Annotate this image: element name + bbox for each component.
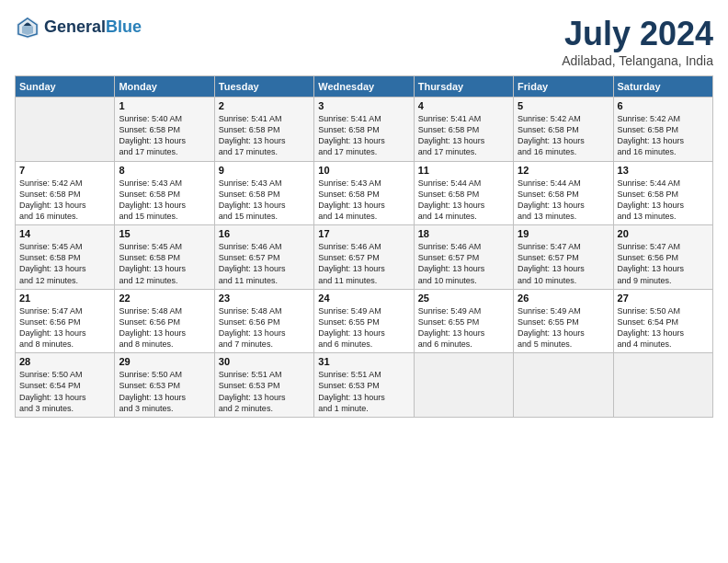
calendar-cell: 2Sunrise: 5:41 AM Sunset: 6:58 PM Daylig… [214,98,313,162]
day-info: Sunrise: 5:51 AM Sunset: 6:53 PM Dayligh… [318,369,409,414]
day-info: Sunrise: 5:46 AM Sunset: 6:57 PM Dayligh… [318,241,409,286]
weekday-header-friday: Friday [514,76,613,98]
weekday-header-sunday: Sunday [16,76,115,98]
day-info: Sunrise: 5:47 AM Sunset: 6:56 PM Dayligh… [19,305,110,350]
day-info: Sunrise: 5:48 AM Sunset: 6:56 PM Dayligh… [219,305,310,350]
calendar-cell: 15Sunrise: 5:45 AM Sunset: 6:58 PM Dayli… [115,225,214,290]
weekday-header-tuesday: Tuesday [214,76,313,98]
calendar-cell: 21Sunrise: 5:47 AM Sunset: 6:56 PM Dayli… [16,289,115,353]
calendar-cell: 27Sunrise: 5:50 AM Sunset: 6:54 PM Dayli… [613,289,712,353]
day-info: Sunrise: 5:45 AM Sunset: 6:58 PM Dayligh… [119,241,210,286]
calendar-cell [414,353,513,418]
calendar-cell: 1Sunrise: 5:40 AM Sunset: 6:58 PM Daylig… [115,98,214,162]
calendar-cell: 5Sunrise: 5:42 AM Sunset: 6:58 PM Daylig… [514,98,613,162]
calendar-cell: 22Sunrise: 5:48 AM Sunset: 6:56 PM Dayli… [115,289,214,353]
calendar-cell: 12Sunrise: 5:44 AM Sunset: 6:58 PM Dayli… [514,161,613,225]
week-row-5: 28Sunrise: 5:50 AM Sunset: 6:54 PM Dayli… [16,353,713,418]
day-number: 22 [119,293,210,304]
day-info: Sunrise: 5:46 AM Sunset: 6:57 PM Dayligh… [418,241,509,286]
day-info: Sunrise: 5:49 AM Sunset: 6:55 PM Dayligh… [418,305,509,350]
day-number: 1 [119,100,210,111]
day-info: Sunrise: 5:41 AM Sunset: 6:58 PM Dayligh… [418,113,509,158]
day-number: 31 [318,356,409,367]
week-row-3: 14Sunrise: 5:45 AM Sunset: 6:58 PM Dayli… [16,225,713,290]
day-info: Sunrise: 5:44 AM Sunset: 6:58 PM Dayligh… [518,178,609,223]
day-number: 14 [19,228,110,239]
day-info: Sunrise: 5:50 AM Sunset: 6:54 PM Dayligh… [618,305,709,350]
calendar-cell: 17Sunrise: 5:46 AM Sunset: 6:57 PM Dayli… [314,225,414,290]
day-number: 24 [318,293,409,304]
day-number: 12 [518,165,609,176]
day-number: 18 [418,228,509,239]
day-info: Sunrise: 5:45 AM Sunset: 6:58 PM Dayligh… [19,241,110,286]
calendar-cell [613,353,712,418]
calendar-cell: 9Sunrise: 5:43 AM Sunset: 6:58 PM Daylig… [214,161,313,225]
day-info: Sunrise: 5:43 AM Sunset: 6:58 PM Dayligh… [318,178,409,223]
day-number: 17 [318,228,409,239]
day-info: Sunrise: 5:41 AM Sunset: 6:58 PM Dayligh… [318,113,409,158]
calendar-cell: 16Sunrise: 5:46 AM Sunset: 6:57 PM Dayli… [214,225,313,290]
calendar-cell: 6Sunrise: 5:42 AM Sunset: 6:58 PM Daylig… [613,98,712,162]
calendar-cell: 19Sunrise: 5:47 AM Sunset: 6:57 PM Dayli… [514,225,613,290]
calendar-cell: 31Sunrise: 5:51 AM Sunset: 6:53 PM Dayli… [314,353,414,418]
day-number: 29 [119,356,210,367]
day-number: 25 [418,293,509,304]
day-number: 9 [219,165,310,176]
day-info: Sunrise: 5:43 AM Sunset: 6:58 PM Dayligh… [219,178,310,223]
day-number: 16 [219,228,310,239]
calendar-cell: 18Sunrise: 5:46 AM Sunset: 6:57 PM Dayli… [414,225,513,290]
day-number: 11 [418,165,509,176]
day-info: Sunrise: 5:42 AM Sunset: 6:58 PM Dayligh… [19,178,110,223]
day-info: Sunrise: 5:44 AM Sunset: 6:58 PM Dayligh… [618,178,709,223]
day-number: 2 [219,100,310,111]
day-number: 10 [318,165,409,176]
weekday-header-wednesday: Wednesday [314,76,414,98]
calendar-table: SundayMondayTuesdayWednesdayThursdayFrid… [15,75,713,418]
day-info: Sunrise: 5:48 AM Sunset: 6:56 PM Dayligh… [119,305,210,350]
calendar-cell: 14Sunrise: 5:45 AM Sunset: 6:58 PM Dayli… [16,225,115,290]
calendar-cell: 29Sunrise: 5:50 AM Sunset: 6:53 PM Dayli… [115,353,214,418]
day-number: 28 [19,356,110,367]
weekday-header-saturday: Saturday [613,76,712,98]
day-number: 15 [119,228,210,239]
day-info: Sunrise: 5:47 AM Sunset: 6:57 PM Dayligh… [518,241,609,286]
calendar-cell: 25Sunrise: 5:49 AM Sunset: 6:55 PM Dayli… [414,289,513,353]
logo-icon [15,15,40,40]
calendar-cell: 24Sunrise: 5:49 AM Sunset: 6:55 PM Dayli… [314,289,414,353]
day-number: 30 [219,356,310,367]
weekday-header-thursday: Thursday [414,76,513,98]
week-row-4: 21Sunrise: 5:47 AM Sunset: 6:56 PM Dayli… [16,289,713,353]
calendar-cell: 11Sunrise: 5:44 AM Sunset: 6:58 PM Dayli… [414,161,513,225]
weekday-header-monday: Monday [115,76,214,98]
day-info: Sunrise: 5:50 AM Sunset: 6:54 PM Dayligh… [19,369,110,414]
calendar-cell: 7Sunrise: 5:42 AM Sunset: 6:58 PM Daylig… [16,161,115,225]
calendar-cell [16,98,115,162]
day-number: 6 [618,100,709,111]
day-info: Sunrise: 5:47 AM Sunset: 6:56 PM Dayligh… [618,241,709,286]
weekday-header-row: SundayMondayTuesdayWednesdayThursdayFrid… [16,76,713,98]
calendar-cell [514,353,613,418]
day-number: 19 [518,228,609,239]
calendar-cell: 4Sunrise: 5:41 AM Sunset: 6:58 PM Daylig… [414,98,513,162]
day-number: 27 [618,293,709,304]
day-number: 21 [19,293,110,304]
page-header: GeneralBlue July 2024 Adilabad, Telangan… [15,15,713,68]
day-number: 3 [318,100,409,111]
day-info: Sunrise: 5:44 AM Sunset: 6:58 PM Dayligh… [418,178,509,223]
calendar-cell: 28Sunrise: 5:50 AM Sunset: 6:54 PM Dayli… [16,353,115,418]
week-row-2: 7Sunrise: 5:42 AM Sunset: 6:58 PM Daylig… [16,161,713,225]
calendar-cell: 13Sunrise: 5:44 AM Sunset: 6:58 PM Dayli… [613,161,712,225]
calendar-cell: 3Sunrise: 5:41 AM Sunset: 6:58 PM Daylig… [314,98,414,162]
week-row-1: 1Sunrise: 5:40 AM Sunset: 6:58 PM Daylig… [16,98,713,162]
day-info: Sunrise: 5:50 AM Sunset: 6:53 PM Dayligh… [119,369,210,414]
day-info: Sunrise: 5:40 AM Sunset: 6:58 PM Dayligh… [119,113,210,158]
day-info: Sunrise: 5:49 AM Sunset: 6:55 PM Dayligh… [518,305,609,350]
day-number: 7 [19,165,110,176]
day-info: Sunrise: 5:41 AM Sunset: 6:58 PM Dayligh… [219,113,310,158]
day-info: Sunrise: 5:49 AM Sunset: 6:55 PM Dayligh… [318,305,409,350]
month-title: July 2024 [562,15,713,53]
logo-text: GeneralBlue [44,18,142,37]
day-number: 4 [418,100,509,111]
day-number: 8 [119,165,210,176]
day-number: 5 [518,100,609,111]
